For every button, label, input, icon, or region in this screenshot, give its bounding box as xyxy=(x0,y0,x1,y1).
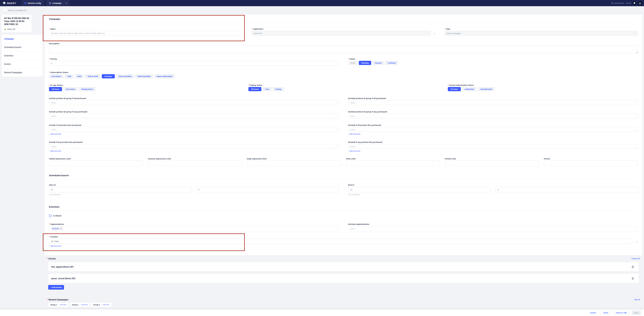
chevron-down-icon: ⌄ xyxy=(336,102,337,104)
exclude-group-any-select[interactable]: Select ⌄ xyxy=(348,114,638,118)
inapp-option-free-users[interactable]: Free Users xyxy=(63,87,78,91)
clone-button[interactable]: Clone xyxy=(601,310,610,315)
exclude-ids-any-label: Exclude if any product IDs purchased xyxy=(348,141,382,143)
inapp-option-all-users[interactable]: All Users xyxy=(49,87,62,91)
exclude-ids-all-select[interactable]: Select ⌄ xyxy=(348,127,638,132)
name-input[interactable] xyxy=(49,31,242,36)
user-avatar-button[interactable] xyxy=(638,1,642,5)
sidebar-item-nested-campaigns[interactable]: Nested Campaigns xyxy=(2,68,42,77)
exclude-ids-all-label: Exclude if all product IDs purchased xyxy=(348,124,381,126)
expand-all-link[interactable]: Expand all xyxy=(632,258,640,260)
is-default-checkbox[interactable]: ✓ xyxy=(49,214,52,217)
notifications-button[interactable] xyxy=(632,1,636,5)
is-default-checkbox-row[interactable]: ✓ Is default xyxy=(49,214,638,217)
delete-event-icon[interactable] xyxy=(632,266,634,268)
priority-input[interactable] xyxy=(49,61,339,66)
description-textarea[interactable] xyxy=(49,46,638,54)
start-date-input[interactable] xyxy=(49,187,192,193)
open-creative-link-icon[interactable]: → xyxy=(636,240,638,242)
creative-select[interactable]: SC Triple ⌄ xyxy=(49,238,634,244)
exclude-ids-any-add-item-link[interactable]: + add new item xyxy=(348,150,360,152)
subscription-option-free-users[interactable]: Free Users xyxy=(49,74,64,78)
include-group-all-select[interactable]: Select ⌄ xyxy=(49,100,339,105)
global-impression-limit-input[interactable] xyxy=(49,160,143,166)
group-tab-1[interactable]: Group 1 + add item xyxy=(48,302,68,307)
field-status: *Status Draft Running Paused Archived xyxy=(348,58,638,66)
group-3-add-item-link[interactable]: + add item xyxy=(102,304,110,306)
include-ids-all-add-item-link[interactable]: + add new item xyxy=(49,133,61,135)
include-ids-all-select[interactable]: Select ⌄ xyxy=(49,127,339,132)
event-row-hint-tapped[interactable]: hint_tapped (Demo GP) xyxy=(48,262,639,272)
paying-option-all-users[interactable]: All Users xyxy=(248,87,262,91)
field-period-limit: Period Limit xyxy=(445,158,539,166)
click-limit-input[interactable] xyxy=(346,160,440,166)
paying-option-paying[interactable]: Paying xyxy=(273,87,284,91)
type-select[interactable]: Mixed Campaign ⌄ xyxy=(444,31,638,36)
exclude-segmentations-select[interactable]: Select ⌄ xyxy=(348,226,638,231)
save-button[interactable]: Save xyxy=(632,310,641,315)
group-tab-3[interactable]: Group 3 + add item xyxy=(91,302,112,307)
period-limit-input[interactable] xyxy=(445,160,539,166)
event-row-pause-closed[interactable]: pause_closed (Demo GP) xyxy=(48,274,639,283)
open-application-link-icon[interactable]: → xyxy=(433,32,436,34)
section-title-campaign: Campaign xyxy=(49,18,638,20)
group-2-add-item-link[interactable]: + add item xyxy=(80,304,88,306)
creative-add-item-link[interactable]: + add new item xyxy=(49,245,61,247)
campaign-form-card: Campaign *Name *Application Demo GP ⌄ → xyxy=(44,14,642,256)
segmentations-select[interactable]: 2.1.0.0+ × ⌄ xyxy=(49,226,339,231)
cancel-button[interactable]: Cancel xyxy=(588,310,598,315)
field-description: Description xyxy=(49,42,638,54)
delete-event-icon[interactable] xyxy=(632,277,634,280)
hide-all-link[interactable]: Hide all xyxy=(634,298,640,300)
clone-to-ab-button[interactable]: Clone to A/B xyxy=(614,310,629,315)
exclude-ids-any-select[interactable]: Select ⌄ xyxy=(348,144,638,149)
add-events-button[interactable]: + Add Events xyxy=(48,285,64,290)
inapp-option-paying-users[interactable]: Paying Users xyxy=(79,87,96,91)
brand-name: MAGIFY xyxy=(7,2,16,4)
status-option-draft[interactable]: Draft xyxy=(348,61,358,65)
daily-impression-limit-input[interactable] xyxy=(247,160,341,166)
application-select[interactable]: Demo GP ⌄ xyxy=(252,31,431,36)
nav-remote-config[interactable]: Remote config xyxy=(22,0,44,6)
status-option-paused[interactable]: Paused xyxy=(372,61,384,65)
include-ids-any-select[interactable]: Select ⌄ xyxy=(49,144,339,149)
subscription-option-trial-or-paid[interactable]: Trial or Paid xyxy=(85,74,100,78)
back-button[interactable]: ‹ xyxy=(3,8,6,12)
paying-option-free[interactable]: Free xyxy=(262,87,272,91)
include-group-any-select[interactable]: Select ⌄ xyxy=(49,114,339,118)
events-title: Events xyxy=(48,258,56,260)
include-ids-any-add-item-link[interactable]: + add new item xyxy=(49,150,61,152)
status-option-running[interactable]: Running xyxy=(359,61,372,65)
sidebar-item-extention[interactable]: Extention xyxy=(2,52,42,60)
subscription-option-trial[interactable]: Trial xyxy=(65,74,74,78)
remove-tag-icon[interactable]: × xyxy=(60,228,62,230)
subscription-option-trial-cancelled[interactable]: Trial Cancelled xyxy=(116,74,134,78)
sidebar-item-events[interactable]: Events xyxy=(2,60,42,68)
session-impression-limit-input[interactable] xyxy=(148,160,242,166)
social-option-authorized[interactable]: Authorized xyxy=(462,87,476,91)
social-option-all-users[interactable]: All Users xyxy=(448,87,461,91)
subscription-option-never-subscribed[interactable]: Never Subscribed xyxy=(154,74,175,78)
sidebar-item-scheduled-launch[interactable]: Scheduled launch xyxy=(2,43,42,52)
back-link-label[interactable]: Back to Campaign list xyxy=(8,9,26,12)
start-time-input[interactable] xyxy=(196,187,339,193)
sidebar-item-campaign[interactable]: Campaign xyxy=(2,35,42,43)
name-label: Name xyxy=(50,28,56,30)
divider xyxy=(49,179,638,179)
group-1-add-item-link[interactable]: + add item xyxy=(59,304,66,306)
group-tab-2[interactable]: Group 2 + add item xyxy=(70,302,90,307)
end-date-input[interactable] xyxy=(348,187,491,193)
subscription-option-all-users[interactable]: All Users xyxy=(102,74,115,78)
status-option-archived[interactable]: Archived xyxy=(385,61,398,65)
end-time-input[interactable] xyxy=(495,187,638,193)
is-default-label: Is default xyxy=(53,214,62,217)
field-exclude-ids-all: Exclude if all product IDs purchased Sel… xyxy=(348,124,638,136)
social-option-unauthorized[interactable]: Unauthorized xyxy=(478,87,494,91)
exclude-ids-all-add-item-link[interactable]: + add new item xyxy=(348,133,360,135)
nav-campaign-menu[interactable]: Campaign ▾ xyxy=(46,0,70,6)
exclude-group-all-select[interactable]: Select ⌄ xyxy=(348,100,638,105)
subscription-option-paid[interactable]: Paid xyxy=(75,74,84,78)
subscription-option-paid-cancelled[interactable]: Paid Cancelled xyxy=(135,74,153,78)
field-end-at: End At xyxy=(348,184,638,196)
period-input[interactable] xyxy=(544,160,638,166)
